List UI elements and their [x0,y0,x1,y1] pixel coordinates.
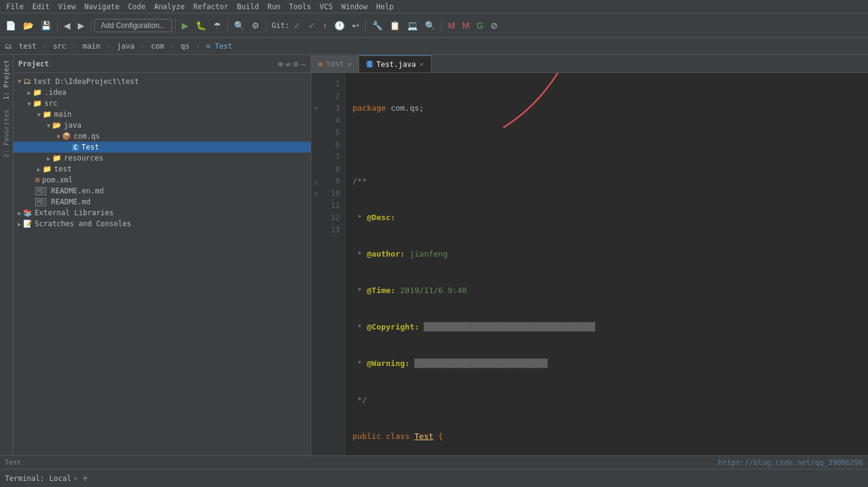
tree-item-com-qs[interactable]: ▼ 📦 com.qs [13,131,311,142]
back-btn[interactable]: ◀ [61,19,74,32]
plugin1-btn[interactable]: M [445,19,458,32]
ln-7: 7 [321,151,345,163]
menu-edit[interactable]: Edit [29,1,53,12]
coverage-btn[interactable]: ☂ [210,19,224,32]
plugin2-btn[interactable]: M [460,19,473,32]
menu-tools[interactable]: Tools [286,1,315,12]
tree-label-extlibs: External Libraries [35,209,114,217]
favorites-panel-tab[interactable]: 2: Favorites [0,105,13,162]
ln-8: 8 [321,163,345,175]
ln-5: 5 [321,126,345,139]
breadcrumb-bar: 🗂 test › src › main › java › com › qs › … [0,38,868,55]
menu-refactor[interactable]: Refactor [190,1,232,12]
tree-item-resources[interactable]: ▶ 📁 resources [13,153,311,164]
sep6 [365,18,366,33]
terminal-close-btn[interactable]: ✕ [74,475,77,482]
breadcrumb-qs[interactable]: qs [177,41,193,52]
devices-btn[interactable]: 💻 [404,19,421,32]
menu-run[interactable]: Run [264,1,284,12]
menu-window[interactable]: Window [337,1,371,12]
gutter-3[interactable]: ▽ [311,102,321,114]
git-hist-btn[interactable]: 🕐 [331,19,348,32]
tab-test-java[interactable]: C Test.java ✕ [359,55,432,72]
git-label: Git: [272,21,289,30]
code-content[interactable]: package com.qs; /** * @Desc: * @author: … [345,73,868,455]
terminal-add-btn[interactable]: + [82,472,88,484]
git-check-btn[interactable]: ✓ [291,19,304,32]
tab-close-test-java[interactable]: ✕ [419,60,424,68]
wrench-btn[interactable]: 🔧 [369,19,385,32]
menu-help[interactable]: Help [373,1,398,12]
sidebar-add-icon[interactable]: ⊕ [278,59,283,69]
gutter-13 [311,224,321,236]
expand-arrow-extlibs: ▶ [16,210,23,216]
tree-item-readme[interactable]: MD README.md [13,196,311,207]
run-btn[interactable]: ▶ [179,19,191,32]
git-push-btn[interactable]: ↑ [320,19,330,32]
tree-label-src: src [44,99,58,108]
git-x-btn[interactable]: ✓ [305,19,319,32]
open-btn[interactable]: 📂 [20,19,36,32]
menu-navigate[interactable]: Navigate [81,1,123,12]
terminal-local-tab[interactable]: Local ✕ [49,474,77,483]
new-file-btn[interactable]: 📄 [2,19,19,32]
debug-btn[interactable]: 🐛 [193,19,209,32]
project-folder-icon: 🗂 [23,77,31,86]
breadcrumb-class[interactable]: ⊙ Test [202,41,236,52]
search-btn[interactable]: 🔍 [231,19,247,32]
tree-label-readme: README.md [51,198,91,206]
watermark: https://blog.csdn.net/qq_39086296 [718,458,863,467]
repo-btn[interactable]: 📋 [387,19,403,32]
save-btn[interactable]: 💾 [38,19,54,32]
menu-vcs[interactable]: VCS [316,1,337,12]
tree-item-project-root[interactable]: ▼ 🗂 test D:\IdeaProject\test [13,75,311,87]
tree-label-testclass: Test [81,143,99,151]
breadcrumb-src[interactable]: src [49,41,70,52]
tree-item-main[interactable]: ▼ 📁 main [13,109,311,120]
tab-m-test[interactable]: m test ✕ [311,55,359,72]
code-line-4: * @Desc: [353,212,861,224]
plugin4-btn[interactable]: ⊘ [487,19,501,32]
add-configuration-btn[interactable]: Add Configuration... [94,19,172,32]
breadcrumb-com[interactable]: com [147,41,168,52]
menu-file[interactable]: File [2,1,27,12]
breadcrumb-main[interactable]: main [79,41,104,52]
find-btn[interactable]: 🔍 [422,19,438,32]
tree-item-java[interactable]: ▼ 📂 java [13,120,311,131]
project-panel-tab[interactable]: 1: Project [0,55,13,105]
sidebar-settings-icon[interactable]: ⇌ [286,59,291,69]
gutter-12 [311,212,321,224]
menu-code[interactable]: Code [125,1,150,12]
tree-item-idea[interactable]: ▶ 📁 .idea [13,87,311,98]
tree-item-test-class[interactable]: C Test [13,142,311,153]
menu-build[interactable]: Build [233,1,263,12]
plugin3-btn[interactable]: G [474,19,486,32]
sidebar-minimize-icon[interactable]: — [301,59,306,69]
gutter-9[interactable]: △ [311,175,321,187]
settings-btn[interactable]: ⚙ [249,19,263,32]
forward-btn[interactable]: ▶ [75,19,88,32]
sidebar-gear-icon[interactable]: ⚙ [293,59,298,69]
left-panel-tabs: 1: Project 2: Favorites [0,55,13,455]
test-folder-icon: 📁 [43,165,52,173]
tree-item-test-folder[interactable]: ▶ 📁 test [13,164,311,174]
tree-item-external-libs[interactable]: ▶ 📚 External Libraries [13,207,311,218]
ln-2: 2 [321,90,345,102]
tree-item-pom[interactable]: m pom.xml [13,174,311,185]
ln-10: 10 [321,187,345,199]
code-line-3: /** [353,175,861,187]
tree-item-src[interactable]: ▼ 📁 src [13,98,311,109]
gutter-11 [311,199,321,212]
menu-analyze[interactable]: Analyze [150,1,188,12]
undo-btn[interactable]: ↩ [349,19,362,32]
gutter-5 [311,126,321,139]
gutter-10[interactable]: ▽ [311,187,321,199]
tree-item-scratches[interactable]: ▶ 📝 Scratches and Consoles [13,218,311,229]
tab-close-m-test[interactable]: ✕ [348,60,352,68]
breadcrumb-java[interactable]: java [113,41,138,52]
tree-label-project: test D:\IdeaProject\test [33,77,139,86]
ln-11: 11 [321,199,345,212]
breadcrumb-test[interactable]: test [15,41,40,52]
menu-view[interactable]: View [55,1,80,12]
tree-item-readme-en[interactable]: MD README.en.md [13,185,311,196]
